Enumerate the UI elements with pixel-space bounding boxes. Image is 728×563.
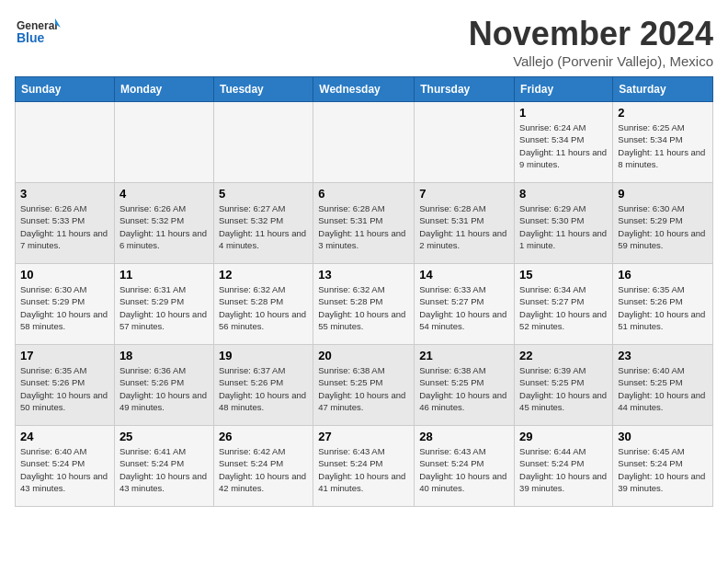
day-number: 14	[419, 268, 509, 282]
day-number: 12	[219, 268, 308, 282]
day-number: 16	[618, 268, 708, 282]
day-number: 19	[219, 349, 308, 362]
day-info: Sunrise: 6:45 AM Sunset: 5:24 PM Dayligh…	[618, 445, 708, 494]
day-number: 11	[119, 268, 209, 282]
weekday-header-friday: Friday	[515, 77, 613, 102]
day-info: Sunrise: 6:42 AM Sunset: 5:24 PM Dayligh…	[219, 445, 308, 494]
day-number: 20	[318, 349, 409, 362]
day-info: Sunrise: 6:40 AM Sunset: 5:25 PM Dayligh…	[618, 364, 708, 413]
day-info: Sunrise: 6:35 AM Sunset: 5:26 PM Dayligh…	[20, 364, 109, 413]
empty-day-cell	[114, 102, 213, 183]
calendar-week-row: 3Sunrise: 6:26 AM Sunset: 5:33 PM Daylig…	[16, 183, 713, 264]
calendar-day-cell: 27Sunrise: 6:43 AM Sunset: 5:24 PM Dayli…	[313, 426, 415, 507]
day-info: Sunrise: 6:33 AM Sunset: 5:27 PM Dayligh…	[419, 283, 509, 332]
calendar-day-cell: 2Sunrise: 6:25 AM Sunset: 5:34 PM Daylig…	[613, 102, 713, 183]
day-info: Sunrise: 6:38 AM Sunset: 5:25 PM Dayligh…	[419, 364, 509, 413]
calendar-day-cell: 15Sunrise: 6:34 AM Sunset: 5:27 PM Dayli…	[515, 264, 613, 345]
title-section: November 2024 Vallejo (Porvenir Vallejo)…	[469, 15, 713, 69]
day-number: 28	[419, 430, 509, 443]
weekday-header-tuesday: Tuesday	[213, 77, 313, 102]
calendar-day-cell: 11Sunrise: 6:31 AM Sunset: 5:29 PM Dayli…	[114, 264, 213, 345]
day-number: 2	[618, 106, 708, 120]
calendar-day-cell: 5Sunrise: 6:27 AM Sunset: 5:32 PM Daylig…	[213, 183, 313, 264]
day-info: Sunrise: 6:25 AM Sunset: 5:34 PM Dayligh…	[618, 121, 708, 170]
day-info: Sunrise: 6:26 AM Sunset: 5:32 PM Dayligh…	[119, 202, 209, 251]
weekday-header-thursday: Thursday	[415, 77, 515, 102]
day-number: 10	[20, 268, 109, 282]
calendar-table: SundayMondayTuesdayWednesdayThursdayFrid…	[15, 76, 713, 507]
day-info: Sunrise: 6:40 AM Sunset: 5:24 PM Dayligh…	[20, 445, 109, 494]
day-number: 30	[618, 430, 708, 443]
day-info: Sunrise: 6:30 AM Sunset: 5:29 PM Dayligh…	[20, 283, 109, 332]
day-number: 18	[119, 349, 209, 362]
day-number: 15	[519, 268, 608, 282]
day-number: 25	[119, 430, 209, 443]
calendar-day-cell: 12Sunrise: 6:32 AM Sunset: 5:28 PM Dayli…	[213, 264, 313, 345]
day-number: 7	[419, 187, 509, 201]
weekday-header-saturday: Saturday	[613, 77, 713, 102]
day-number: 13	[318, 268, 409, 282]
calendar-day-cell: 26Sunrise: 6:42 AM Sunset: 5:24 PM Dayli…	[213, 426, 313, 507]
calendar-day-cell: 30Sunrise: 6:45 AM Sunset: 5:24 PM Dayli…	[613, 426, 713, 507]
calendar-day-cell: 7Sunrise: 6:28 AM Sunset: 5:31 PM Daylig…	[415, 183, 515, 264]
day-info: Sunrise: 6:27 AM Sunset: 5:32 PM Dayligh…	[219, 202, 308, 251]
day-info: Sunrise: 6:35 AM Sunset: 5:26 PM Dayligh…	[618, 283, 708, 332]
day-info: Sunrise: 6:44 AM Sunset: 5:24 PM Dayligh…	[519, 445, 608, 494]
calendar-day-cell: 19Sunrise: 6:37 AM Sunset: 5:26 PM Dayli…	[213, 345, 313, 426]
day-info: Sunrise: 6:26 AM Sunset: 5:33 PM Dayligh…	[20, 202, 109, 251]
day-info: Sunrise: 6:30 AM Sunset: 5:29 PM Dayligh…	[618, 202, 708, 251]
calendar-day-cell: 23Sunrise: 6:40 AM Sunset: 5:25 PM Dayli…	[613, 345, 713, 426]
calendar-day-cell: 24Sunrise: 6:40 AM Sunset: 5:24 PM Dayli…	[16, 426, 115, 507]
day-info: Sunrise: 6:36 AM Sunset: 5:26 PM Dayligh…	[119, 364, 209, 413]
calendar-week-row: 17Sunrise: 6:35 AM Sunset: 5:26 PM Dayli…	[16, 345, 713, 426]
day-info: Sunrise: 6:28 AM Sunset: 5:31 PM Dayligh…	[318, 202, 409, 251]
calendar-day-cell: 8Sunrise: 6:29 AM Sunset: 5:30 PM Daylig…	[515, 183, 613, 264]
day-number: 6	[318, 187, 409, 201]
calendar-day-cell: 10Sunrise: 6:30 AM Sunset: 5:29 PM Dayli…	[16, 264, 115, 345]
day-info: Sunrise: 6:43 AM Sunset: 5:24 PM Dayligh…	[419, 445, 509, 494]
header: General Blue November 2024 Vallejo (Porv…	[15, 15, 713, 69]
weekday-header-wednesday: Wednesday	[313, 77, 415, 102]
weekday-header-row: SundayMondayTuesdayWednesdayThursdayFrid…	[16, 77, 713, 102]
day-info: Sunrise: 6:32 AM Sunset: 5:28 PM Dayligh…	[318, 283, 409, 332]
empty-day-cell	[415, 102, 515, 183]
empty-day-cell	[213, 102, 313, 183]
calendar-day-cell: 18Sunrise: 6:36 AM Sunset: 5:26 PM Dayli…	[114, 345, 213, 426]
day-number: 9	[618, 187, 708, 201]
calendar-day-cell: 28Sunrise: 6:43 AM Sunset: 5:24 PM Dayli…	[415, 426, 515, 507]
calendar-day-cell: 4Sunrise: 6:26 AM Sunset: 5:32 PM Daylig…	[114, 183, 213, 264]
day-number: 3	[20, 187, 109, 201]
svg-text:Blue: Blue	[17, 30, 45, 45]
empty-day-cell	[16, 102, 115, 183]
calendar-week-row: 24Sunrise: 6:40 AM Sunset: 5:24 PM Dayli…	[16, 426, 713, 507]
day-number: 1	[519, 106, 608, 120]
calendar-day-cell: 22Sunrise: 6:39 AM Sunset: 5:25 PM Dayli…	[515, 345, 613, 426]
calendar-day-cell: 16Sunrise: 6:35 AM Sunset: 5:26 PM Dayli…	[613, 264, 713, 345]
calendar-day-cell: 6Sunrise: 6:28 AM Sunset: 5:31 PM Daylig…	[313, 183, 415, 264]
weekday-header-monday: Monday	[114, 77, 213, 102]
calendar-day-cell: 9Sunrise: 6:30 AM Sunset: 5:29 PM Daylig…	[613, 183, 713, 264]
day-number: 4	[119, 187, 209, 201]
day-number: 22	[519, 349, 608, 362]
day-number: 27	[318, 430, 409, 443]
day-number: 29	[519, 430, 608, 443]
calendar-day-cell: 20Sunrise: 6:38 AM Sunset: 5:25 PM Dayli…	[313, 345, 415, 426]
empty-day-cell	[313, 102, 415, 183]
calendar-day-cell: 25Sunrise: 6:41 AM Sunset: 5:24 PM Dayli…	[114, 426, 213, 507]
day-info: Sunrise: 6:24 AM Sunset: 5:34 PM Dayligh…	[519, 121, 608, 170]
day-number: 8	[519, 187, 608, 201]
day-number: 23	[618, 349, 708, 362]
day-number: 17	[20, 349, 109, 362]
logo-svg: General Blue	[15, 15, 61, 52]
logo: General Blue	[15, 15, 61, 52]
calendar-day-cell: 14Sunrise: 6:33 AM Sunset: 5:27 PM Dayli…	[415, 264, 515, 345]
calendar-day-cell: 21Sunrise: 6:38 AM Sunset: 5:25 PM Dayli…	[415, 345, 515, 426]
calendar-day-cell: 3Sunrise: 6:26 AM Sunset: 5:33 PM Daylig…	[16, 183, 115, 264]
day-info: Sunrise: 6:37 AM Sunset: 5:26 PM Dayligh…	[219, 364, 308, 413]
month-title: November 2024	[469, 15, 713, 53]
day-number: 5	[219, 187, 308, 201]
location-subtitle: Vallejo (Porvenir Vallejo), Mexico	[469, 53, 713, 69]
day-number: 26	[219, 430, 308, 443]
calendar-day-cell: 1Sunrise: 6:24 AM Sunset: 5:34 PM Daylig…	[515, 102, 613, 183]
calendar-day-cell: 17Sunrise: 6:35 AM Sunset: 5:26 PM Dayli…	[16, 345, 115, 426]
